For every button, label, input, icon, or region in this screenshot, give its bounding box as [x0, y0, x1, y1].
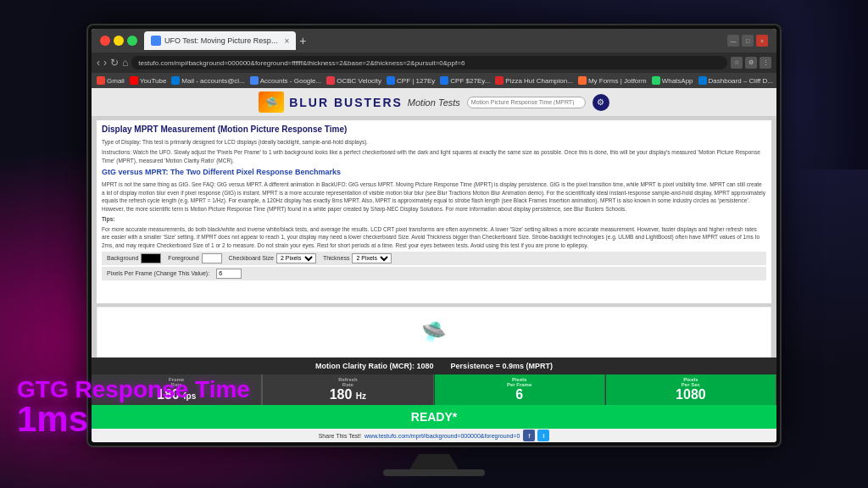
close-icon[interactable]: ×	[756, 35, 768, 47]
bookmark-label: Pizza Hut Champion...	[505, 77, 573, 85]
bookmark-label: YouTube	[140, 77, 166, 85]
tab-area: UFO Test: Moving Picture Resp... × +	[144, 29, 724, 53]
bookmark-cpf2[interactable]: CPF $27Ey...	[440, 76, 490, 85]
menu-icon[interactable]: ⋮	[760, 57, 771, 69]
bookmark-dashboard[interactable]: Dashboard – Cliff D...	[698, 76, 773, 85]
bookmark-label: WhatsApp	[662, 77, 693, 85]
ocbc-icon	[326, 76, 335, 85]
checkboard-label: Checkboard Size	[229, 254, 274, 263]
monitor-base	[383, 469, 485, 476]
bb-search-input[interactable]	[467, 97, 586, 108]
window-close-button[interactable]	[100, 36, 110, 46]
tab-favicon	[151, 36, 161, 46]
bookmark-accounts[interactable]: Accounts - Google...	[250, 76, 321, 85]
url-bar[interactable]: testufo.com/mp#background=000000&foregro…	[131, 56, 727, 69]
bb-logo-emoji: 🛸	[265, 97, 278, 108]
maximize-icon[interactable]: □	[742, 35, 754, 47]
mcr-value: 1080	[417, 362, 434, 370]
mcr-label: Motion Clarity Ratio (MCR):	[315, 362, 415, 370]
share-url[interactable]: www.testufo.com/mprt#background=000000&f…	[364, 433, 520, 439]
bb-section-title: Display MPRT Measurement (Motion Picture…	[102, 124, 766, 136]
thickness-select[interactable]: 2 Pixels	[352, 253, 392, 263]
bb-gis-vs-mprt: GtG versus MPRT: The Two Different Pixel…	[102, 167, 766, 178]
bb-text-section: Display MPRT Measurement (Motion Picture…	[97, 120, 771, 303]
background-control: Background	[107, 253, 161, 263]
ppf-control-row: Pixels Per Frame (Change This Value):	[102, 267, 766, 280]
home-button[interactable]: ⌂	[122, 57, 128, 69]
bookmark-label: Accounts - Google...	[260, 77, 321, 85]
cpf2-icon	[440, 76, 448, 85]
share-label: Share This Test!	[319, 433, 361, 439]
dashboard-icon	[698, 76, 707, 85]
minimize-icon[interactable]: —	[727, 35, 739, 47]
facebook-icon[interactable]: f	[523, 430, 535, 441]
pixels-per-frame-label: Pixels Per Frame (Change This Value):	[107, 269, 209, 278]
bb-header: 🛸 BLUR BUSTERS Motion Tests ⚙	[92, 88, 776, 117]
persistence-display: Persistence = 0.9ms (MPRT)	[451, 362, 553, 370]
bookmark-label: OCBC Velocity	[337, 77, 381, 85]
tab-close-button[interactable]: ×	[284, 36, 289, 46]
pixels-per-sec-cell: Pixels Per Sec 1080	[605, 374, 776, 405]
bb-tips-label: Tips:	[102, 215, 766, 224]
window-minimize-button[interactable]	[114, 36, 124, 46]
controls-row: Background Foreground Checkboard Size 2 …	[102, 252, 766, 265]
tab-label: UFO Test: Moving Picture Resp...	[164, 36, 277, 45]
bookmark-mail[interactable]: Mail - accounts@cl...	[171, 76, 244, 85]
back-button[interactable]: ‹	[97, 57, 100, 69]
pizza-icon	[495, 76, 504, 85]
gtg-label: GTG Response Time	[17, 378, 250, 402]
active-tab[interactable]: UFO Test: Moving Picture Resp... ×	[144, 31, 296, 50]
bookmark-whatsapp[interactable]: WhatsApp	[652, 76, 693, 85]
ppf-display-value: 6	[515, 387, 523, 402]
refresh-rate-value: 180 Hz	[330, 387, 366, 402]
forward-button[interactable]: ›	[103, 57, 107, 69]
new-tab-button[interactable]: +	[299, 34, 306, 47]
background-label: Background	[107, 254, 138, 263]
accounts-icon	[250, 76, 259, 85]
refresh-button[interactable]: ↻	[110, 57, 119, 69]
bb-logo-image: 🛸	[259, 92, 284, 113]
bookmark-label: Dashboard – Cliff D...	[709, 77, 773, 85]
youtube-icon	[130, 76, 138, 85]
bookmark-cpf1[interactable]: CPF | 127Ey	[387, 76, 435, 85]
bb-body-text-1: MPRT is not the same thing as GtG. See F…	[102, 180, 766, 214]
bb-brand-subtitle: Motion Tests	[408, 97, 460, 108]
bb-settings-icon[interactable]: ⚙	[593, 94, 609, 111]
ms-value: 1ms	[17, 402, 250, 437]
bb-brand-name: BLUR BUSTERS	[289, 96, 403, 109]
bookmark-gmail[interactable]: Gmail	[97, 76, 125, 85]
window-maximize-button[interactable]	[127, 36, 137, 46]
browser-menu-icons: — □ ×	[727, 35, 771, 47]
social-share-icons: f t	[523, 430, 549, 441]
checkboard-select[interactable]: 2 Pixels	[276, 253, 316, 263]
bookmark-youtube[interactable]: YouTube	[130, 76, 166, 85]
bookmark-jotform[interactable]: My Forms | Jotform	[578, 76, 647, 85]
overlay-text-area: GTG Response Time 1ms	[17, 378, 250, 437]
bookmark-pizza[interactable]: Pizza Hut Champion...	[495, 76, 573, 85]
pixels-per-frame-input[interactable]	[216, 269, 242, 279]
star-icon[interactable]: ☆	[731, 57, 743, 69]
background-swatch[interactable]	[141, 253, 161, 263]
mcr-display: Motion Clarity Ratio (MCR): 1080	[315, 362, 434, 370]
bookmark-label: CPF | 127Ey	[397, 77, 435, 85]
thickness-label: Thickness	[323, 254, 350, 263]
gmail-icon	[97, 76, 105, 85]
bb-instructions-text: Instructions: Watch the UFO. Slowly adju…	[102, 148, 766, 165]
bookmark-ocbc[interactable]: OCBC Velocity	[326, 76, 381, 85]
right-figure-silhouette	[792, 0, 868, 169]
twitter-icon[interactable]: t	[537, 430, 549, 441]
refresh-rate-cell: Refresh Rate 180 Hz	[262, 374, 433, 405]
thickness-control: Thickness 2 Pixels	[323, 253, 392, 263]
extensions-icon[interactable]: ⚙	[745, 57, 757, 69]
ufo-animation-icon: 🛸	[421, 320, 447, 344]
bookmarks-bar: Gmail YouTube Mail - accounts@cl... Acco…	[92, 73, 776, 88]
ready-label: READY*	[411, 410, 457, 424]
bb-intro-text: Type of Display: This test is primarily …	[102, 138, 766, 147]
checkboard-control: Checkboard Size 2 Pixels	[229, 253, 316, 263]
bookmark-label: Gmail	[107, 77, 125, 85]
stats-bar: Motion Clarity Ratio (MCR): 1080 Persist…	[92, 358, 776, 374]
mail-icon	[171, 76, 180, 85]
browser-titlebar: UFO Test: Moving Picture Resp... × + — □…	[92, 29, 776, 53]
bb-logo-area: 🛸 BLUR BUSTERS Motion Tests	[259, 92, 460, 113]
foreground-swatch[interactable]	[202, 253, 222, 263]
